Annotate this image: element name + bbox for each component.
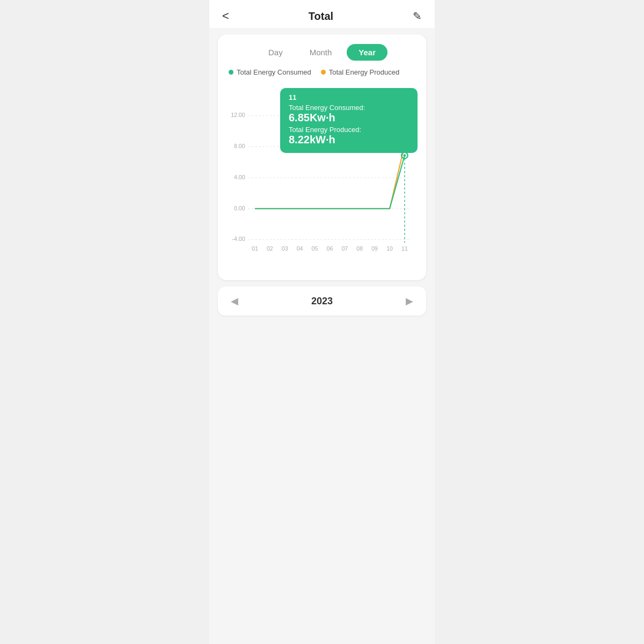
tooltip-consumed-label: Total Energy Consumed:	[289, 104, 365, 112]
tab-row: Day Month Year	[226, 44, 418, 61]
legend-consumed-label: Total Energy Consumed	[237, 68, 311, 76]
svg-text:04: 04	[297, 245, 303, 252]
svg-text:8.00: 8.00	[234, 143, 245, 149]
svg-text:03: 03	[282, 245, 288, 252]
svg-text:10: 10	[386, 245, 393, 252]
svg-text:08: 08	[356, 245, 363, 252]
year-label: 2023	[311, 296, 333, 307]
tooltip-produced-line: Total Energy Produced: 8.22kW·h	[289, 126, 409, 146]
svg-text:0.00: 0.00	[234, 205, 245, 211]
legend-produced: Total Energy Produced	[321, 68, 400, 76]
year-nav: ◀ 2023 ▶	[218, 287, 426, 316]
legend-produced-label: Total Energy Produced	[329, 68, 400, 76]
svg-text:07: 07	[341, 245, 348, 252]
legend-produced-dot	[321, 70, 326, 75]
svg-text:4.00: 4.00	[234, 174, 245, 180]
svg-text:01: 01	[252, 245, 258, 252]
tab-year[interactable]: Year	[347, 44, 387, 61]
back-button[interactable]: <	[222, 10, 229, 22]
tooltip-produced-value: 8.22kW·h	[289, 134, 335, 145]
legend-consumed-dot	[229, 70, 233, 75]
header: < Total ✎	[209, 0, 435, 28]
svg-text:06: 06	[327, 245, 333, 252]
edit-icon[interactable]: ✎	[413, 10, 422, 23]
tooltip-consumed-line: Total Energy Consumed: 6.85Kw·h	[289, 104, 409, 124]
tooltip-month: 11	[289, 93, 409, 101]
svg-text:11: 11	[401, 245, 408, 252]
svg-text:05: 05	[312, 245, 318, 252]
prev-year-button[interactable]: ◀	[231, 295, 238, 307]
chart-tooltip: 11 Total Energy Consumed: 6.85Kw·h Total…	[280, 88, 418, 153]
tab-month[interactable]: Month	[298, 44, 344, 61]
svg-text:-4.00: -4.00	[232, 236, 245, 242]
svg-point-25	[404, 154, 406, 157]
svg-text:12.00: 12.00	[231, 112, 245, 118]
tooltip-produced-label: Total Energy Produced:	[289, 126, 361, 134]
next-year-button[interactable]: ▶	[406, 295, 413, 307]
legend-row: Total Energy Consumed Total Energy Produ…	[226, 68, 418, 76]
svg-text:09: 09	[371, 245, 378, 252]
page-title: Total	[309, 10, 333, 23]
chart-area: 11 Total Energy Consumed: 6.85Kw·h Total…	[226, 82, 418, 275]
legend-consumed: Total Energy Consumed	[229, 68, 311, 76]
main-card: Day Month Year Total Energy Consumed Tot…	[218, 34, 426, 280]
tab-day[interactable]: Day	[257, 44, 295, 61]
svg-text:02: 02	[267, 245, 273, 252]
tooltip-consumed-value: 6.85Kw·h	[289, 112, 335, 123]
